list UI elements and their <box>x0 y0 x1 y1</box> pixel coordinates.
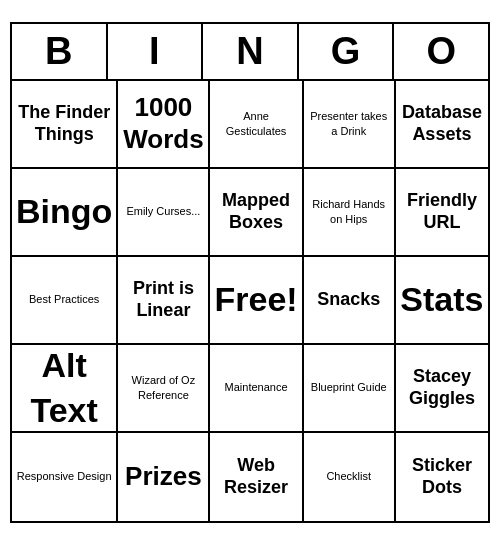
cell-text-3: Presenter takes a Drink <box>308 109 390 138</box>
bingo-cell-0: The Finder Things <box>12 81 118 169</box>
bingo-cell-6: Emily Curses... <box>118 169 210 257</box>
cell-text-5: Bingo <box>16 189 112 233</box>
bingo-cell-2: Anne Gesticulates <box>210 81 303 169</box>
header-letter-g: G <box>299 24 395 79</box>
cell-text-6: Emily Curses... <box>126 204 200 218</box>
bingo-cell-8: Richard Hands on Hips <box>304 169 396 257</box>
cell-text-11: Print is Linear <box>122 278 204 321</box>
bingo-cell-1: 1000 Words <box>118 81 210 169</box>
bingo-grid: The Finder Things1000 WordsAnne Gesticul… <box>12 81 488 521</box>
bingo-header: BINGO <box>12 24 488 81</box>
cell-text-10: Best Practices <box>29 292 99 306</box>
bingo-cell-5: Bingo <box>12 169 118 257</box>
cell-text-24: Sticker Dots <box>400 455 484 498</box>
cell-text-18: Blueprint Guide <box>311 380 387 394</box>
cell-text-2: Anne Gesticulates <box>214 109 297 138</box>
bingo-cell-3: Presenter takes a Drink <box>304 81 396 169</box>
bingo-cell-24: Sticker Dots <box>396 433 488 521</box>
bingo-cell-12: Free! <box>210 257 303 345</box>
bingo-card: BINGO The Finder Things1000 WordsAnne Ge… <box>10 22 490 523</box>
bingo-cell-13: Snacks <box>304 257 396 345</box>
bingo-cell-23: Checklist <box>304 433 396 521</box>
cell-text-12: Free! <box>214 277 297 321</box>
cell-text-13: Snacks <box>317 289 380 311</box>
bingo-cell-9: Friendly URL <box>396 169 488 257</box>
bingo-cell-4: Database Assets <box>396 81 488 169</box>
cell-text-4: Database Assets <box>400 102 484 145</box>
cell-text-20: Responsive Design <box>17 469 112 483</box>
header-letter-i: I <box>108 24 204 79</box>
bingo-cell-10: Best Practices <box>12 257 118 345</box>
bingo-cell-20: Responsive Design <box>12 433 118 521</box>
cell-text-1: 1000 Words <box>122 92 204 154</box>
cell-text-22: Web Resizer <box>214 455 297 498</box>
cell-text-15: Alt Text <box>16 343 112 431</box>
bingo-cell-11: Print is Linear <box>118 257 210 345</box>
cell-text-16: Wizard of Oz Reference <box>122 373 204 402</box>
cell-text-14: Stats <box>400 277 483 321</box>
bingo-cell-16: Wizard of Oz Reference <box>118 345 210 433</box>
header-letter-n: N <box>203 24 299 79</box>
bingo-cell-19: Stacey Giggles <box>396 345 488 433</box>
header-letter-b: B <box>12 24 108 79</box>
bingo-cell-22: Web Resizer <box>210 433 303 521</box>
bingo-cell-18: Blueprint Guide <box>304 345 396 433</box>
cell-text-23: Checklist <box>326 469 371 483</box>
bingo-cell-17: Maintenance <box>210 345 303 433</box>
cell-text-8: Richard Hands on Hips <box>308 197 390 226</box>
cell-text-7: Mapped Boxes <box>214 190 297 233</box>
bingo-cell-7: Mapped Boxes <box>210 169 303 257</box>
bingo-cell-21: Prizes <box>118 433 210 521</box>
bingo-cell-14: Stats <box>396 257 488 345</box>
bingo-cell-15: Alt Text <box>12 345 118 433</box>
cell-text-17: Maintenance <box>225 380 288 394</box>
header-letter-o: O <box>394 24 488 79</box>
cell-text-19: Stacey Giggles <box>400 366 484 409</box>
cell-text-0: The Finder Things <box>16 102 112 145</box>
cell-text-9: Friendly URL <box>400 190 484 233</box>
cell-text-21: Prizes <box>125 461 202 492</box>
